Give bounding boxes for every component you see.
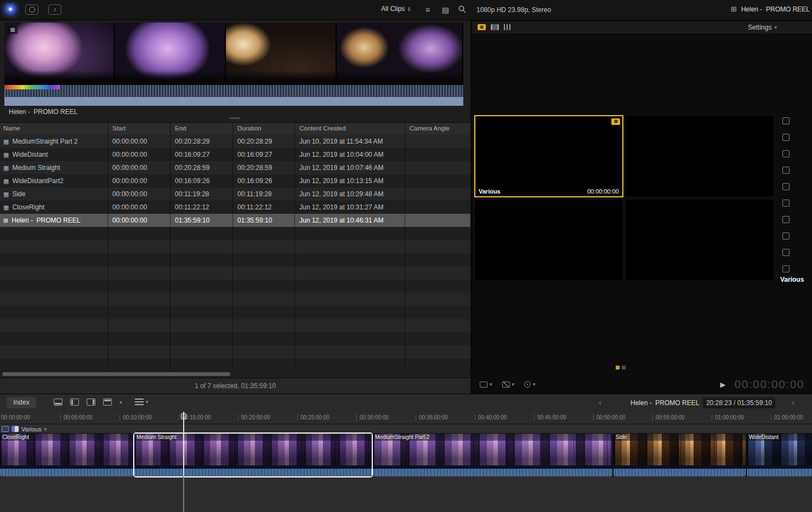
trim-tools-dropdown[interactable]: ▾ [502,382,515,388]
table-row[interactable]: ▦CloseRight 00:00:00:00 00:11:22:12 00:1… [0,201,470,214]
table-row[interactable]: ▦WideDistantPart2 00:00:00:00 00:16:09:2… [0,174,470,187]
filmstrip-frame [115,22,226,85]
angle-cell[interactable] [625,199,774,281]
column-header-name[interactable]: Name [0,123,108,135]
clip-name: Medium Straight [12,161,60,174]
music-sidebar-icon[interactable]: ♪ [48,4,61,15]
chevron-down-icon: ▾ [533,382,536,387]
overwrite-clip-icon[interactable] [103,399,112,406]
angle-viewer-icon[interactable]: ⊞ [478,24,486,30]
audio-channels-column [782,117,790,272]
timeline-clip[interactable]: Side [614,434,746,476]
column-header-duration[interactable]: Duration [233,123,295,135]
audio-channel-checkbox[interactable] [782,249,790,256]
next-project-icon[interactable]: › [792,397,794,407]
column-header-created[interactable]: Content Created [295,123,405,135]
column-header-angle[interactable]: Camera Angle [405,123,470,135]
table-row[interactable]: ▦WideDistant 00:00:00:00 00:16:09:27 00:… [0,148,470,161]
track-header-bar[interactable]: Various ▾ [0,425,812,434]
fcpx-window: ♪ All Clips ▴▾ ≡ ▤ 1080p HD 23.98p, Ster… [0,0,812,512]
audio-channel-checkbox[interactable] [782,183,790,190]
clip-icon: ▦ [3,135,9,148]
horizontal-scrollbar[interactable] [0,372,470,377]
chevron-down-icon[interactable]: ▾ [120,400,122,405]
angle-viewer-toolbar: ⊞ Settings ▾ [472,21,812,35]
table-row[interactable]: ▦Medium Straight 00:00:00:00 00:20:28:59… [0,161,470,174]
audio-display-icon[interactable] [504,24,512,30]
audio-channel-checkbox[interactable] [782,265,790,272]
audio-channel-checkbox[interactable] [782,150,790,157]
list-view-icon[interactable]: ≡ [425,5,430,15]
tools-dropdown[interactable]: ▾ [135,399,149,405]
ruler-label: 00:40:00:00 [475,414,507,420]
timeline-clip[interactable]: WideDistant [747,434,812,476]
all-clips-filter-dropdown[interactable]: All Clips ▴▾ [381,5,410,13]
timeline-toolbar: Index ▾ ▾ ‹ Helen - PROMO REEL 20:28:23 … [0,394,812,412]
audio-channel-checkbox[interactable] [782,216,790,223]
clip-end: 00:20:28:59 [171,161,233,174]
video-display-icon[interactable] [491,24,499,30]
settings-dropdown[interactable]: Settings ▾ [748,24,777,31]
play-button[interactable]: ▶ [720,380,726,389]
page-dot[interactable] [622,366,626,369]
audio-channel-checkbox[interactable] [782,117,790,124]
ruler-label: 00:30:00:00 [356,414,389,420]
audio-channel-checkbox[interactable] [782,167,790,174]
scrollbar-thumb[interactable] [2,372,230,376]
index-button[interactable]: Index [7,397,36,408]
insert-clip-icon[interactable] [70,399,79,406]
photos-sidebar-icon[interactable] [25,4,38,15]
previous-project-icon[interactable]: ‹ [599,397,601,407]
search-icon[interactable] [458,5,466,15]
clip-start: 00:00:00:00 [108,214,171,227]
angle-page-indicator[interactable] [616,366,626,369]
audio-channel-checkbox[interactable] [782,232,790,240]
timeline-panel: Index ▾ ▾ ‹ Helen - PROMO REEL 20:28:23 … [0,394,812,512]
audio-channel-checkbox[interactable] [782,134,790,141]
audio-channel-checkbox[interactable] [782,200,790,207]
append-clip-icon[interactable] [87,399,95,406]
clip-duration: 00:20:28:29 [233,135,295,148]
table-row[interactable]: ▦MediumStraight Part 2 00:00:00:00 00:20… [0,135,470,148]
clip-waveform [373,465,612,476]
timeline-background[interactable] [0,476,812,512]
clip-waveform [0,465,133,476]
clip-waveform [747,465,812,476]
channels-label: Various [780,276,804,283]
timeline-clip-selected[interactable]: Medium Straight [134,434,372,476]
chevron-down-icon: ▾ [146,399,149,405]
timeline-clip[interactable]: CloseRight [0,434,133,476]
clip-angle [405,174,470,187]
filmstrip-audio-waveform [4,85,463,106]
table-row[interactable]: ▦Side 00:00:00:00 00:11:19:28 00:11:19:2… [0,187,470,201]
table-row-selected[interactable]: ⊞Helen - PROMO REEL 00:00:00:00 01:35:59… [0,214,470,227]
angle-cell-active[interactable]: ⊞ Various 00:00:00:00 [474,115,623,197]
clip-start: 00:00:00:00 [108,161,171,174]
connect-clip-icon[interactable] [54,399,63,406]
import-media-icon[interactable] [3,3,18,16]
table-header: Name Start End Duration Content Created … [0,122,470,135]
angle-name: Various [479,188,501,195]
filmstrip-view-icon[interactable]: ▤ [442,5,449,15]
angle-cell[interactable] [474,199,623,281]
clip-name: Side [12,187,25,201]
pane-resize-handle[interactable] [229,117,240,119]
clip-start: 00:00:00:00 [108,174,171,187]
viewer-project-title: Helen - PROMO REEL [741,5,810,13]
column-header-end[interactable]: End [171,123,233,135]
clip-angle [405,135,470,148]
playhead-handle[interactable] [181,413,186,419]
timeline-ruler[interactable]: 00:00:00:00 00:05:00:00 00:10:00:00 00:1… [0,412,812,424]
timeline-clip[interactable]: MediumStraight Part 2 [373,434,612,476]
playhead-line[interactable] [183,412,184,512]
page-dot-active[interactable] [616,366,620,369]
angle-cell[interactable] [625,115,774,197]
track-label: Various [21,426,41,433]
filmstrip-thumbnails [4,22,463,85]
clip-filmstrip[interactable]: ⊞ [4,22,463,106]
clip-name-label: CloseRight [0,434,133,441]
view-options-dropdown[interactable]: ▾ [480,382,492,388]
retime-dropdown[interactable]: ▾ [524,381,536,388]
column-header-start[interactable]: Start [108,123,171,135]
top-toolbar: ♪ All Clips ▴▾ ≡ ▤ 1080p HD 23.98p, Ster… [0,0,812,20]
